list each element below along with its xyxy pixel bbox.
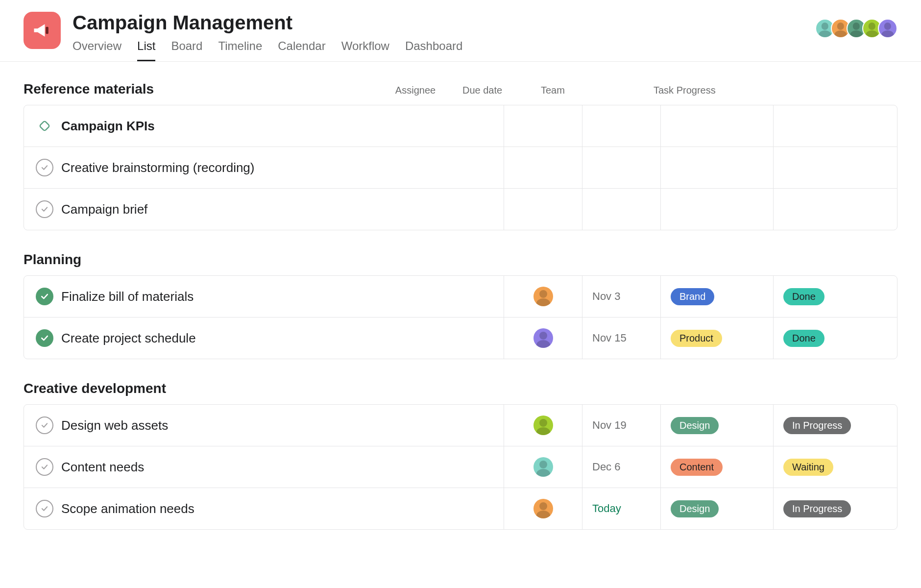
check-incomplete-icon[interactable] [36,416,53,434]
assignee-cell[interactable] [504,405,582,446]
task-cell[interactable]: Creative brainstorming (recording) [24,147,504,188]
progress-cell[interactable]: Done [774,318,886,359]
task-row[interactable]: Creative brainstorming (recording) [24,147,897,189]
due-date-cell[interactable]: Dec 6 [582,446,661,488]
tab-list[interactable]: List [137,39,155,61]
progress-cell[interactable]: In Progress [774,488,886,529]
team-cell[interactable]: Product [661,318,774,359]
task-name: Campaign brief [61,202,147,217]
task-cell[interactable]: Design web assets [24,405,504,446]
section-title[interactable]: Creative development [24,381,376,396]
task-name: Content needs [61,460,144,475]
due-date-cell[interactable]: Today [582,488,661,529]
column-headers: AssigneeDue dateTeamTask Progress [376,85,897,96]
check-incomplete-icon[interactable] [36,159,53,176]
progress-pill[interactable]: In Progress [783,500,851,517]
task-row[interactable]: Content needsDec 6ContentWaiting [24,446,897,488]
check-incomplete-icon[interactable] [36,200,53,218]
task-cell[interactable]: Campaign brief [24,189,504,230]
tab-overview[interactable]: Overview [73,39,121,61]
column-header-due[interactable]: Due date [455,85,533,96]
due-date-cell[interactable]: Nov 15 [582,318,661,359]
tab-workflow[interactable]: Workflow [341,39,389,61]
project-title: Campaign Management [73,12,815,33]
progress-pill[interactable]: Done [783,288,824,305]
assignee-avatar[interactable] [533,416,553,435]
team-pill[interactable]: Content [671,459,723,476]
task-cell[interactable]: Scope animation needs [24,488,504,529]
assignee-cell[interactable] [504,318,582,359]
team-pill[interactable]: Brand [671,288,714,305]
due-date-cell[interactable] [582,189,661,230]
team-cell[interactable]: Design [661,488,774,529]
task-row[interactable]: Scope animation needsTodayDesignIn Progr… [24,488,897,529]
task-cell[interactable]: Campaign KPIs [24,105,504,147]
section-title[interactable]: Reference materials [24,81,376,97]
due-date-cell[interactable]: Nov 19 [582,405,661,446]
team-cell[interactable] [661,147,774,188]
task-row[interactable]: Design web assetsNov 19DesignIn Progress [24,405,897,446]
progress-pill[interactable]: Done [783,330,824,347]
task-name: Scope animation needs [61,501,194,516]
progress-cell[interactable] [774,147,886,188]
content-area: Reference materialsAssigneeDue dateTeamT… [0,62,921,569]
check-complete-icon[interactable] [36,288,53,305]
team-cell[interactable]: Content [661,446,774,488]
task-cell[interactable]: Finalize bill of materials [24,276,504,317]
progress-cell[interactable]: Waiting [774,446,886,488]
task-cell[interactable]: Content needs [24,446,504,488]
task-name: Design web assets [61,418,168,433]
progress-pill[interactable]: Waiting [783,459,833,476]
progress-pill[interactable]: In Progress [783,417,851,434]
header-main: Campaign Management OverviewListBoardTim… [73,12,815,61]
assignee-cell[interactable] [504,105,582,147]
due-date-cell[interactable] [582,105,661,147]
assignee-avatar[interactable] [533,457,553,477]
check-complete-icon[interactable] [36,329,53,347]
svg-rect-0 [46,27,48,34]
assignee-avatar[interactable] [533,499,553,518]
assignee-avatar[interactable] [533,287,553,306]
progress-cell[interactable]: In Progress [774,405,886,446]
assignee-cell[interactable] [504,446,582,488]
assignee-avatar[interactable] [533,328,553,348]
task-name: Finalize bill of materials [61,289,194,304]
task-row[interactable]: Campaign KPIs [24,105,897,147]
check-incomplete-icon[interactable] [36,458,53,476]
header: Campaign Management OverviewListBoardTim… [0,0,921,62]
member-avatars[interactable] [815,19,897,38]
assignee-cell[interactable] [504,276,582,317]
due-date-cell[interactable] [582,147,661,188]
team-cell[interactable] [661,105,774,147]
column-header-team[interactable]: Team [533,85,646,96]
task-row[interactable]: Campaign brief [24,189,897,230]
task-name: Create project schedule [61,331,196,346]
progress-cell[interactable] [774,105,886,147]
task-row[interactable]: Finalize bill of materialsNov 3BrandDone [24,276,897,318]
check-incomplete-icon[interactable] [36,500,53,517]
team-pill[interactable]: Design [671,417,719,434]
assignee-cell[interactable] [504,488,582,529]
team-pill[interactable]: Design [671,500,719,517]
column-header-assignee[interactable]: Assignee [376,85,455,96]
task-row[interactable]: Create project scheduleNov 15ProductDone [24,318,897,359]
section-title[interactable]: Planning [24,252,376,268]
tab-board[interactable]: Board [171,39,202,61]
tab-dashboard[interactable]: Dashboard [405,39,462,61]
column-header-progress[interactable]: Task Progress [646,85,758,96]
due-date-cell[interactable]: Nov 3 [582,276,661,317]
team-cell[interactable]: Brand [661,276,774,317]
team-cell[interactable]: Design [661,405,774,446]
progress-cell[interactable]: Done [774,276,886,317]
task-cell[interactable]: Create project schedule [24,318,504,359]
team-pill[interactable]: Product [671,330,722,347]
task-table: Design web assetsNov 19DesignIn Progress… [24,404,897,530]
assignee-cell[interactable] [504,147,582,188]
tab-calendar[interactable]: Calendar [278,39,325,61]
member-avatar[interactable] [878,19,897,38]
assignee-cell[interactable] [504,189,582,230]
task-name: Creative brainstorming (recording) [61,160,254,175]
tab-timeline[interactable]: Timeline [218,39,262,61]
progress-cell[interactable] [774,189,886,230]
team-cell[interactable] [661,189,774,230]
